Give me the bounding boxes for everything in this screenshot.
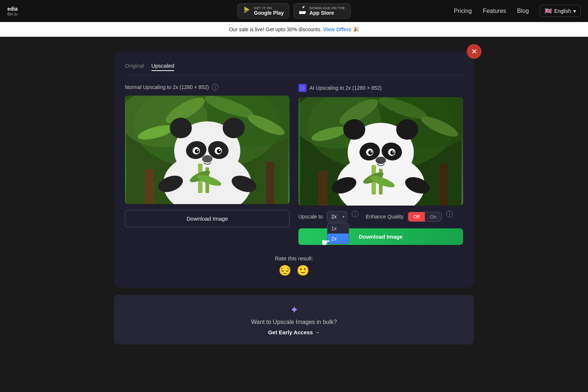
scale-info-icon[interactable]: i	[352, 211, 358, 217]
nav-pricing[interactable]: Pricing	[454, 8, 472, 14]
svg-point-22	[197, 150, 198, 151]
ai-controls: Upscale to 2x 1x ▾ 1x 2x	[298, 211, 463, 222]
scale-dropdown: 1x 2x	[327, 223, 349, 244]
enhance-info-icon[interactable]: i	[446, 211, 453, 217]
rating-section: Rate this result: 😔 🙂	[125, 255, 463, 277]
right-col-title-text: AI Upscaling to 2x (1280 × 852)	[309, 85, 382, 91]
app-store-get-it: Download on the	[309, 6, 345, 10]
sale-text: Our sale is live! Get upto 30% discounts…	[229, 26, 322, 32]
svg-point-50	[390, 150, 395, 155]
svg-point-49	[368, 150, 373, 155]
language-flag: 🇬🇧	[545, 7, 552, 14]
svg-rect-61	[440, 163, 448, 206]
svg-point-21	[217, 149, 221, 153]
svg-point-44	[396, 119, 418, 140]
svg-point-23	[219, 150, 220, 151]
right-col-title: ⬡ AI Upscaling to 2x (1280 × 852)	[298, 84, 463, 92]
svg-rect-32	[266, 162, 274, 204]
language-button[interactable]: 🇬🇧 English ▾	[540, 5, 581, 17]
rating-label: Rate this result:	[125, 255, 463, 261]
ai-icon: ⬡	[298, 84, 306, 92]
svg-point-51	[370, 151, 372, 153]
logo: edia Bin.io	[7, 6, 18, 16]
bulk-banner: ✦ Want to Upscale Images in bulk? Get Ea…	[114, 295, 474, 345]
svg-point-20	[195, 149, 199, 153]
nav-blog[interactable]: Blog	[517, 8, 529, 14]
early-access-button[interactable]: Get Early Access →	[268, 329, 320, 335]
sale-emoji: 🎉	[353, 26, 359, 32]
sad-emoji[interactable]: 😔	[279, 264, 291, 277]
google-play-text: GET IT ON Google Play	[254, 6, 284, 16]
tab-original[interactable]: Original	[125, 63, 144, 71]
modal-container: ✕ Original Upscaled Normal Upscaling to …	[114, 51, 474, 288]
ai-download-wrapper: Download Image ☛	[298, 228, 463, 245]
header-right: Pricing Features Blog 🇬🇧 English ▾	[454, 5, 581, 17]
smile-emoji[interactable]: 🙂	[297, 264, 309, 277]
enhance-off-button[interactable]: Off	[408, 212, 425, 221]
svg-point-15	[223, 118, 245, 138]
svg-rect-60	[318, 171, 327, 206]
nav-features[interactable]: Features	[483, 8, 506, 14]
svg-point-14	[170, 118, 192, 138]
emoji-row: 😔 🙂	[125, 264, 463, 277]
left-download-button[interactable]: Download Image	[125, 210, 290, 227]
header: edia Bin.io GET IT ON Google Play	[0, 0, 588, 22]
enhance-on-button[interactable]: On	[425, 212, 441, 221]
right-panda-image	[298, 97, 463, 206]
svg-point-52	[392, 151, 394, 153]
scale-select[interactable]: 2x 1x	[327, 211, 347, 222]
enhance-label: Enhance Quality	[366, 214, 404, 220]
left-column: Normal Upscaling to 2x (1280 × 852) i	[125, 84, 290, 245]
bulk-icon: ✦	[123, 304, 465, 316]
language-label: English	[554, 8, 571, 14]
logo-top: edia	[7, 6, 18, 12]
app-store-text: Download on the App Store	[309, 6, 345, 16]
columns: Normal Upscaling to 2x (1280 × 852) i	[125, 84, 463, 245]
ai-download-button[interactable]: Download Image	[298, 228, 463, 245]
svg-point-53	[376, 157, 386, 164]
left-panda-image	[125, 96, 290, 204]
google-play-name: Google Play	[254, 10, 284, 16]
google-play-get-it: GET IT ON	[254, 6, 272, 10]
left-info-icon[interactable]: i	[212, 84, 218, 90]
upscale-label: Upscale to	[298, 214, 323, 220]
chevron-down-icon: ▾	[573, 8, 576, 14]
google-play-icon	[243, 6, 251, 16]
header-center: GET IT ON Google Play Download on the Ap…	[237, 3, 351, 19]
apple-icon	[299, 6, 306, 16]
scale-option-1x[interactable]: 1x	[327, 223, 349, 234]
google-play-button[interactable]: GET IT ON Google Play	[237, 3, 289, 19]
left-col-title: Normal Upscaling to 2x (1280 × 852) i	[125, 84, 290, 90]
svg-point-43	[343, 119, 365, 140]
view-offers-link[interactable]: View Offers	[323, 26, 351, 32]
close-button[interactable]: ✕	[467, 44, 481, 59]
enhance-toggle: Off On	[408, 212, 442, 222]
bulk-text: Want to Upscale Images in bulk?	[123, 319, 465, 325]
svg-rect-31	[145, 169, 154, 204]
right-column: ⬡ AI Upscaling to 2x (1280 × 852)	[298, 84, 463, 245]
scale-option-2x[interactable]: 2x	[327, 234, 349, 244]
svg-point-24	[202, 155, 212, 163]
main-content: ✕ Original Upscaled Normal Upscaling to …	[0, 37, 588, 367]
tabs: Original Upscaled	[125, 63, 463, 75]
tab-upscaled[interactable]: Upscaled	[151, 63, 175, 71]
scale-select-wrapper: 2x 1x ▾ 1x 2x	[327, 211, 347, 222]
logo-bottom: Bin.io	[7, 12, 18, 16]
left-col-title-text: Normal Upscaling to 2x (1280 × 852)	[125, 84, 209, 90]
sale-banner: Our sale is live! Get upto 30% discounts…	[0, 22, 588, 37]
app-store-button[interactable]: Download on the App Store	[294, 3, 351, 19]
app-store-name: App Store	[309, 10, 334, 16]
